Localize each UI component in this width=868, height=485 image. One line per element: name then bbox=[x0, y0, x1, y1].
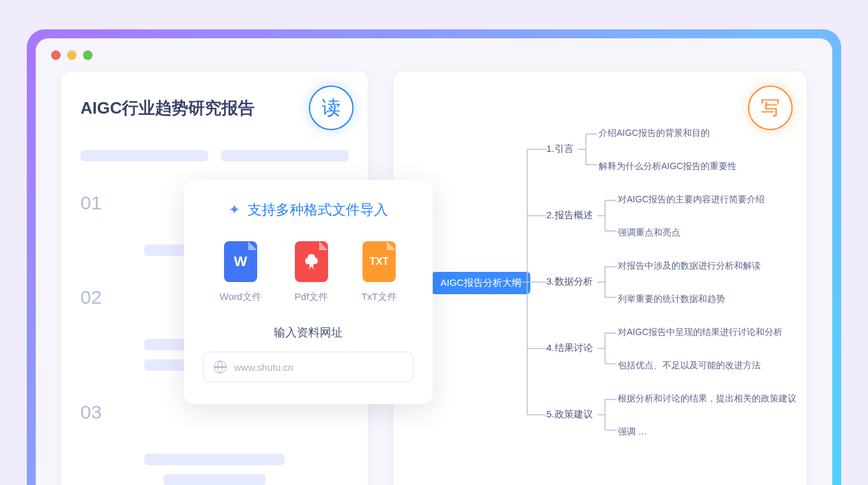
placeholder-row bbox=[80, 150, 348, 161]
content-area: AIGC行业趋势研究报告 读 01 02 bbox=[36, 71, 832, 485]
mindmap-leaf[interactable]: 介绍AIGC报告的背景和目的 bbox=[599, 128, 710, 139]
url-input[interactable]: www.shutu.cn bbox=[203, 352, 414, 382]
section-number: 03 bbox=[80, 401, 348, 423]
close-icon[interactable] bbox=[51, 50, 61, 60]
mindmap-branch[interactable]: 3.数据分析 bbox=[546, 276, 593, 288]
url-placeholder: www.shutu.cn bbox=[234, 362, 294, 373]
mindmap-branch[interactable]: 2.报告概述 bbox=[546, 209, 593, 221]
txt-file-icon: TXT bbox=[363, 241, 396, 282]
maximize-icon[interactable] bbox=[83, 50, 93, 60]
mindmap-leaf[interactable]: 对AIGC报告的主要内容进行简要介绍 bbox=[618, 194, 765, 205]
import-popup: ✦ 支持多种格式文件导入 W Word文件 Pdf文件 TXT TxT文件 输入… bbox=[184, 180, 433, 404]
pdf-file-icon bbox=[295, 241, 328, 282]
mindmap-leaf[interactable]: 包括优点、不足以及可能的改进方法 bbox=[618, 360, 761, 371]
section-03: 03 bbox=[80, 401, 348, 423]
placeholder-bar bbox=[163, 474, 266, 485]
mindmap-leaf[interactable]: 对AIGC报告中呈现的结果进行讨论和分析 bbox=[618, 327, 782, 338]
window-titlebar bbox=[36, 38, 832, 71]
placeholder-lines bbox=[80, 454, 348, 485]
mindmap-leaf[interactable]: 解释为什么分析AIGC报告的重要性 bbox=[599, 161, 737, 172]
mindmap-branch[interactable]: 4.结果讨论 bbox=[546, 342, 593, 354]
browser-window: AIGC行业趋势研究报告 读 01 02 bbox=[36, 38, 832, 485]
mindmap-leaf[interactable]: 根据分析和讨论的结果，提出相关的政策建议 bbox=[618, 393, 797, 405]
outer-gradient-frame: AIGC行业趋势研究报告 读 01 02 bbox=[27, 29, 841, 485]
url-section: 输入资料网址 www.shutu.cn bbox=[203, 325, 414, 382]
import-title: ✦ 支持多种格式文件导入 bbox=[203, 200, 414, 220]
file-types-row: W Word文件 Pdf文件 TXT TxT文件 bbox=[203, 241, 414, 303]
mindmap-leaf[interactable]: 列举重要的统计数据和趋势 bbox=[618, 294, 725, 305]
globe-icon bbox=[214, 361, 227, 373]
write-panel: 写 AIGC报告分析大纲 1.引言介绍AIGC报告的背景和目的解释 bbox=[393, 71, 807, 485]
placeholder-bar bbox=[80, 150, 208, 161]
file-label: Pdf文件 bbox=[295, 291, 329, 303]
file-type-txt[interactable]: TXT TxT文件 bbox=[361, 241, 397, 303]
file-type-pdf[interactable]: Pdf文件 bbox=[295, 241, 329, 303]
mindmap-leaf[interactable]: 强调 … bbox=[618, 426, 647, 438]
minimize-icon[interactable] bbox=[67, 50, 77, 60]
sparkle-icon: ✦ bbox=[228, 202, 240, 218]
mindmap-leaf[interactable]: 强调重点和亮点 bbox=[618, 227, 680, 239]
mindmap[interactable]: AIGC报告分析大纲 1.引言介绍AIGC报告的背景和目的解释为什么分析AIGC… bbox=[431, 110, 781, 429]
import-title-text: 支持多种格式文件导入 bbox=[248, 200, 388, 220]
mindmap-branch[interactable]: 5.政策建议 bbox=[546, 408, 593, 421]
file-type-word[interactable]: W Word文件 bbox=[220, 241, 262, 303]
placeholder-bar bbox=[144, 454, 285, 465]
document-title: AIGC行业趋势研究报告 bbox=[80, 97, 348, 119]
mindmap-branch[interactable]: 1.引言 bbox=[546, 143, 574, 155]
file-label: TxT文件 bbox=[361, 291, 397, 303]
file-label: Word文件 bbox=[220, 291, 262, 303]
url-section-title: 输入资料网址 bbox=[203, 325, 414, 340]
mindmap-leaf[interactable]: 对报告中涉及的数据进行分析和解读 bbox=[618, 260, 761, 272]
read-badge: 读 bbox=[309, 86, 354, 130]
word-file-icon: W bbox=[224, 241, 257, 282]
placeholder-bar bbox=[221, 150, 348, 161]
